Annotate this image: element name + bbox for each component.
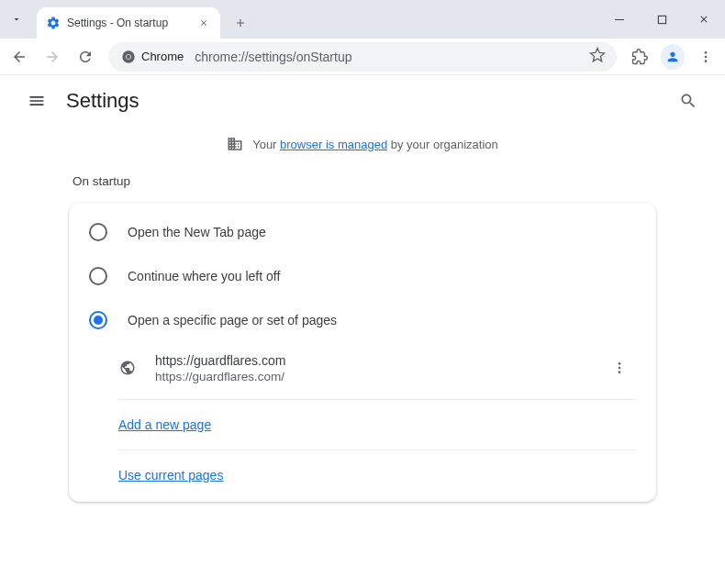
close-icon bbox=[698, 14, 709, 25]
arrow-right-icon bbox=[44, 49, 61, 65]
person-icon bbox=[665, 50, 680, 64]
radio-label: Open the New Tab page bbox=[128, 225, 266, 239]
page-url-text: https://guardflares.com/ bbox=[155, 370, 585, 383]
extensions-button[interactable] bbox=[624, 41, 655, 72]
managed-banner: Your browser is managed by your organiza… bbox=[0, 127, 725, 169]
browser-toolbar: Chrome chrome://settings/onStartup bbox=[0, 39, 725, 75]
maximize-icon bbox=[657, 15, 667, 25]
chrome-label: Chrome bbox=[141, 50, 184, 63]
radio-label: Continue where you left off bbox=[128, 269, 280, 283]
option-continue[interactable]: Continue where you left off bbox=[69, 254, 656, 298]
startup-card: Open the New Tab page Continue where you… bbox=[69, 203, 656, 502]
svg-point-10 bbox=[619, 371, 621, 373]
svg-point-4 bbox=[127, 54, 130, 58]
minimize-icon bbox=[614, 14, 625, 25]
svg-rect-1 bbox=[658, 16, 665, 23]
maximize-button[interactable] bbox=[641, 0, 683, 39]
menu-icon bbox=[28, 92, 46, 110]
option-new-tab[interactable]: Open the New Tab page bbox=[69, 210, 656, 254]
plus-icon bbox=[234, 17, 247, 29]
gear-icon bbox=[46, 16, 61, 30]
browser-tab[interactable]: Settings - On startup bbox=[37, 7, 220, 39]
use-current-pages-link[interactable]: Use current pages bbox=[118, 468, 223, 483]
radio-icon bbox=[89, 267, 107, 285]
svg-rect-0 bbox=[615, 19, 624, 20]
svg-point-6 bbox=[705, 55, 708, 58]
more-vert-icon bbox=[698, 50, 713, 64]
close-tab-button[interactable] bbox=[196, 16, 211, 30]
hamburger-menu-button[interactable] bbox=[18, 83, 55, 119]
search-icon bbox=[679, 92, 697, 110]
managed-text: Your browser is managed by your organiza… bbox=[252, 138, 498, 151]
puzzle-icon bbox=[631, 49, 648, 65]
page-more-button[interactable] bbox=[603, 351, 636, 384]
settings-content: On startup Open the New Tab page Continu… bbox=[69, 169, 656, 502]
managed-link[interactable]: browser is managed bbox=[280, 138, 387, 151]
close-window-button[interactable] bbox=[683, 0, 725, 39]
search-settings-button[interactable] bbox=[670, 83, 707, 119]
divider bbox=[118, 399, 636, 400]
chrome-icon bbox=[121, 50, 136, 64]
svg-point-8 bbox=[619, 362, 621, 365]
url-text: chrome://settings/onStartup bbox=[195, 50, 580, 64]
chrome-chip: Chrome bbox=[119, 48, 185, 66]
add-new-page-link[interactable]: Add a new page bbox=[118, 417, 211, 432]
page-title: Settings bbox=[66, 89, 139, 113]
page-texts: https://guardflares.com https://guardfla… bbox=[155, 353, 585, 383]
tab-title: Settings - On startup bbox=[67, 17, 190, 29]
radio-icon bbox=[89, 311, 107, 329]
startup-page-item: https://guardflares.com https://guardfla… bbox=[69, 342, 656, 394]
back-button[interactable] bbox=[4, 41, 35, 72]
divider bbox=[118, 449, 636, 450]
svg-point-7 bbox=[705, 60, 708, 62]
chevron-down-icon bbox=[11, 14, 22, 25]
settings-header: Settings bbox=[0, 75, 725, 127]
minimize-button[interactable] bbox=[598, 0, 641, 39]
svg-point-9 bbox=[619, 367, 621, 370]
arrow-left-icon bbox=[11, 49, 28, 65]
profile-button[interactable] bbox=[657, 41, 688, 72]
use-current-row: Use current pages bbox=[69, 456, 656, 494]
bookmark-button[interactable] bbox=[589, 47, 606, 67]
close-icon bbox=[199, 18, 208, 28]
chrome-menu-button[interactable] bbox=[690, 41, 721, 72]
reload-button[interactable] bbox=[70, 41, 101, 72]
building-icon bbox=[227, 136, 243, 152]
option-specific-pages[interactable]: Open a specific page or set of pages bbox=[69, 298, 656, 342]
radio-label: Open a specific page or set of pages bbox=[128, 313, 337, 327]
star-icon bbox=[589, 47, 606, 63]
section-label: On startup bbox=[69, 169, 656, 203]
window-controls bbox=[598, 0, 725, 39]
page-title-text: https://guardflares.com bbox=[155, 353, 585, 368]
radio-icon bbox=[89, 223, 107, 241]
forward-button[interactable] bbox=[37, 41, 68, 72]
new-tab-button[interactable] bbox=[228, 10, 253, 36]
add-page-row: Add a new page bbox=[69, 405, 656, 444]
reload-icon bbox=[77, 49, 94, 65]
svg-point-5 bbox=[705, 51, 708, 54]
globe-icon bbox=[118, 359, 137, 377]
more-vert-icon bbox=[612, 361, 627, 375]
browser-titlebar: Settings - On startup bbox=[0, 0, 725, 39]
tab-search-dropdown[interactable] bbox=[0, 0, 33, 39]
address-bar[interactable]: Chrome chrome://settings/onStartup bbox=[108, 42, 617, 72]
